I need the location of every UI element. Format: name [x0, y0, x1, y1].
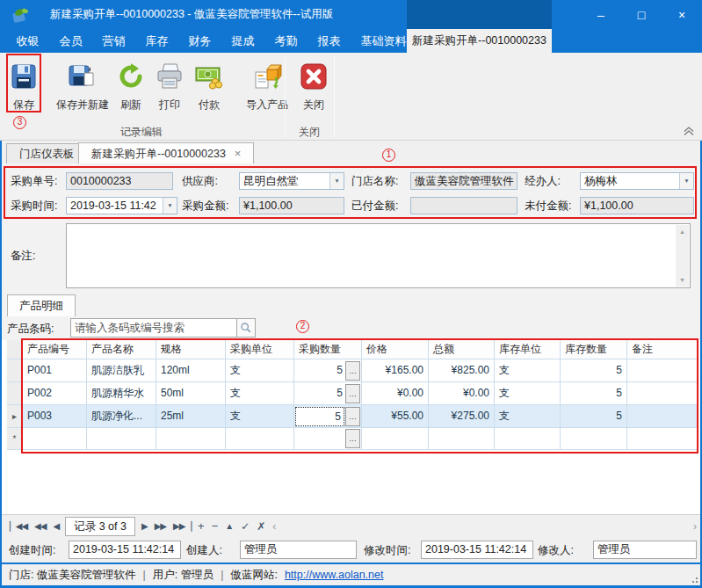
payment-button-label: 付款 — [199, 98, 220, 113]
detail-tab-strip: 产品明细 — [2, 292, 700, 316]
close-form-button-label: 关闭 — [303, 98, 324, 113]
grid-empty-area — [2, 454, 700, 514]
status-bar: 门店: 傲蓝美容院管理软件 | 用户: 管理员 | 傲蓝网站: http://w… — [2, 563, 700, 585]
status-store: 门店: 傲蓝美容院管理软件 — [9, 568, 135, 583]
menu-bar: 收银 会员 营销 库存 财务 提成 考勤 报表 基础资料 工具面板 新建采购开单… — [0, 29, 702, 53]
status-website-label: 傲蓝网站: — [230, 568, 277, 583]
nav-post-button[interactable]: ✓ — [237, 516, 253, 537]
barcode-label: 产品条码: — [7, 320, 54, 338]
tab-new-purchase-order-label: 新建采购开单--0010000233 — [91, 144, 226, 163]
print-button-label: 打印 — [159, 98, 180, 113]
annotation-box-grid — [21, 338, 698, 454]
refresh-button-label: 刷新 — [120, 98, 141, 113]
window-border — [0, 141, 2, 588]
annotation-circle-2: 2 — [296, 320, 309, 333]
nav-cancel-button[interactable]: ✗ — [253, 516, 269, 537]
status-separator: | — [221, 569, 223, 581]
status-user: 用户: 管理员 — [153, 568, 213, 583]
remarks-textarea[interactable]: ▲ ▼ — [66, 223, 691, 288]
remarks-section: 备注: ▲ ▼ — [2, 220, 700, 292]
nav-append-button[interactable]: + — [194, 516, 208, 537]
annotation-circle-3: 3 — [13, 116, 26, 129]
created-time-label: 创建时间: — [9, 541, 55, 560]
save-and-new-button-label: 保存并新建 — [56, 98, 109, 113]
title-bar: 新建采购开单--0010000233 - 傲蓝美容院管理软件--试用版 – □ … — [0, 0, 702, 29]
scroll-down-icon[interactable]: ▼ — [676, 273, 689, 287]
save-and-new-icon — [68, 62, 98, 91]
payment-icon — [194, 62, 224, 91]
record-navigator: ▏◀◀ ◀◀ ◀ 记录 3 of 3 ▶ ▶▶ ▶▶▕ + − ▲ ✓ ✗ ‹ … — [2, 514, 700, 537]
print-icon — [155, 62, 185, 91]
active-tab-header-block — [407, 0, 552, 29]
menu-item-finance[interactable]: 财务 — [178, 29, 221, 53]
created-by-field: 管理员 — [240, 541, 357, 559]
order-header-form: 采购单号: 0010000233 供应商: 昆明自然堂 ▼ 门店名称: 傲蓝美容… — [2, 163, 700, 220]
nav-refresh-button[interactable]: ‹ — [269, 516, 279, 537]
nav-prev-button[interactable]: ◀ — [49, 516, 62, 537]
barcode-search-row: 产品条码: 2 — [2, 316, 700, 340]
search-icon — [240, 322, 252, 334]
tab-close-icon[interactable]: × — [235, 148, 242, 159]
payment-button[interactable]: 付款 — [188, 56, 230, 121]
record-count-label: 记录 3 of 3 — [65, 517, 135, 536]
app-logo-leaf-icon — [11, 4, 32, 25]
import-product-icon — [252, 62, 282, 91]
annotation-box-save — [6, 54, 41, 113]
ribbon-group-record-edit: 记录编辑 — [0, 125, 283, 140]
ribbon-tab-new-purchase-order[interactable]: 新建采购开单--0010000233 — [407, 29, 552, 53]
ribbon-separator — [334, 56, 335, 137]
tab-new-purchase-order[interactable]: 新建采购开单--0010000233 × — [78, 142, 254, 163]
document-tab-strip: 门店仪表板 新建采购开单--0010000233 × — [0, 141, 702, 163]
nav-scroll-right-icon[interactable]: › — [693, 520, 700, 533]
nav-edit-button[interactable]: ▲ — [221, 516, 237, 537]
modified-by-label: 修改人: — [538, 541, 574, 560]
save-and-new-button[interactable]: 保存并新建 — [46, 56, 119, 121]
ribbon-toolbar: 保存 保存并新建 刷新 — [0, 53, 702, 141]
nav-next-button[interactable]: ▶ — [138, 516, 151, 537]
tab-product-detail[interactable]: 产品明细 — [7, 294, 76, 316]
nav-delete-button[interactable]: − — [208, 516, 222, 537]
ribbon-group-close: 关闭 — [285, 125, 334, 140]
created-time-field: 2019-03-15 11:42:14 — [69, 541, 181, 559]
website-link[interactable]: http://www.aolan.net — [285, 569, 384, 581]
minimize-button[interactable]: – — [581, 0, 621, 29]
menu-item-cashier[interactable]: 收银 — [6, 29, 49, 53]
status-separator: | — [142, 569, 145, 581]
refresh-button[interactable]: 刷新 — [112, 56, 149, 121]
modified-time-label: 修改时间: — [364, 541, 410, 560]
annotation-circle-1: 1 — [382, 149, 395, 162]
import-product-button-label: 导入产品 — [246, 98, 288, 113]
modified-time-field: 2019-03-15 11:42:14 — [421, 541, 533, 559]
remarks-scrollbar[interactable]: ▲ ▼ — [676, 225, 689, 287]
nav-first-button[interactable]: ▏◀◀ — [6, 516, 31, 537]
close-form-button[interactable]: 关闭 — [293, 56, 334, 121]
collapse-ribbon-icon[interactable] — [683, 127, 695, 136]
nav-prev-page-button[interactable]: ◀◀ — [31, 516, 49, 537]
menu-item-reports[interactable]: 报表 — [308, 29, 351, 53]
print-button[interactable]: 打印 — [151, 56, 188, 121]
menu-item-inventory[interactable]: 库存 — [135, 29, 178, 53]
created-by-label: 创建人: — [186, 541, 222, 560]
nav-next-page-button[interactable]: ▶▶ — [151, 516, 170, 537]
audit-info-bar: 创建时间: 2019-03-15 11:42:14 创建人: 管理员 修改时间:… — [2, 537, 700, 563]
menu-item-marketing[interactable]: 营销 — [92, 29, 135, 53]
maximize-button[interactable]: □ — [621, 0, 662, 29]
menu-item-members[interactable]: 会员 — [49, 29, 92, 53]
menu-item-commission[interactable]: 提成 — [221, 29, 264, 53]
nav-last-button[interactable]: ▶▶▕ — [170, 516, 194, 537]
window-title: 新建采购开单--0010000233 - 傲蓝美容院管理软件--试用版 — [50, 0, 333, 29]
tab-store-dashboard[interactable]: 门店仪表板 — [6, 143, 88, 163]
modified-by-field: 管理员 — [593, 541, 697, 559]
remarks-label: 备注: — [11, 247, 35, 265]
barcode-search-button[interactable] — [237, 318, 256, 338]
import-product-button[interactable]: 导入产品 — [235, 56, 299, 121]
close-button[interactable]: × — [662, 0, 702, 29]
app-window: 新建采购开单--0010000233 - 傲蓝美容院管理软件--试用版 – □ … — [0, 0, 702, 588]
refresh-icon — [116, 62, 146, 91]
scroll-up-icon[interactable]: ▲ — [676, 225, 689, 238]
resize-grip[interactable] — [690, 575, 698, 583]
close-window-icon — [299, 62, 329, 91]
tab-store-dashboard-label: 门店仪表板 — [19, 148, 75, 160]
barcode-search-input[interactable] — [70, 318, 237, 338]
menu-item-attendance[interactable]: 考勤 — [264, 29, 308, 53]
